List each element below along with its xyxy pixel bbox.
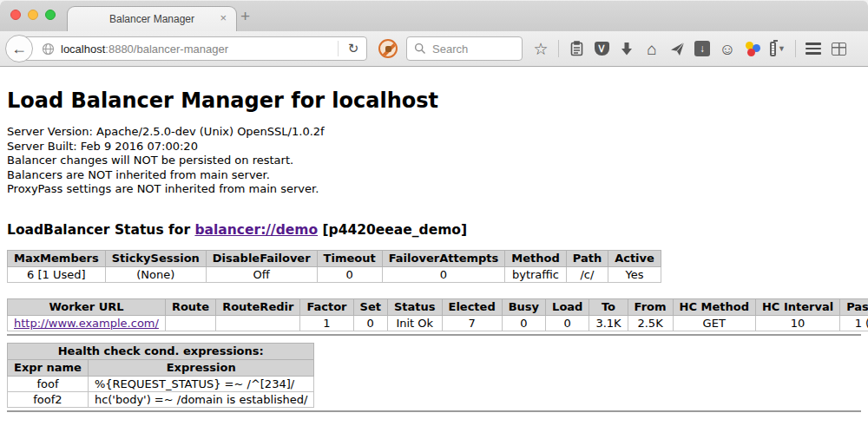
url-path: :8880/balancer-manager — [105, 43, 228, 56]
table-cell: 1 (0) — [840, 315, 868, 331]
new-tab-button[interactable]: + — [240, 7, 250, 26]
table-cell: 6 [1 Used] — [8, 266, 106, 282]
reading-list-icon[interactable] — [569, 40, 584, 57]
url-text: localhost:8880/balancer-manager — [61, 43, 332, 56]
column-header: Path — [566, 250, 608, 266]
column-header: To — [589, 298, 628, 315]
column-header: RouteRedir — [216, 298, 300, 315]
color-dots-icon[interactable] — [745, 40, 760, 57]
download-arrow-icon[interactable] — [619, 40, 635, 57]
downloads-panel-icon[interactable]: ↓ — [694, 40, 710, 57]
server-built-line: Server Built: Feb 9 2016 07:00:20 — [7, 140, 861, 154]
hamburger-menu-icon[interactable] — [806, 40, 821, 57]
expr-name-cell: foof2 — [8, 391, 89, 407]
table-cell: 0 — [546, 315, 589, 331]
zoom-button[interactable] — [45, 10, 56, 20]
expr-name-cell: foof — [8, 376, 89, 391]
search-placeholder: Search — [432, 43, 468, 56]
column-header: Factor — [300, 298, 353, 315]
table-header-row: Worker URL Route RouteRedir Factor Set S… — [8, 298, 868, 315]
navigation-toolbar: ← localhost:8880/balancer-manager ↻ Sear… — [0, 31, 868, 67]
page-content: Load Balancer Manager for localhost Serv… — [0, 67, 868, 425]
tab-close-icon[interactable]: × — [220, 11, 227, 24]
toolbar-divider — [795, 40, 796, 57]
table-cell — [216, 315, 300, 331]
heading-suffix: [p4420eeae_demo] — [318, 222, 467, 238]
column-header: Elected — [442, 298, 502, 315]
toolbar-icons: ☆ ᐯ ⌂ ↓ ☺ ▼ — [533, 40, 846, 57]
reload-button[interactable]: ↻ — [340, 41, 366, 56]
table-cell: GET — [673, 315, 755, 331]
column-header: Expression — [88, 359, 314, 376]
table-cell: (None) — [105, 266, 206, 282]
worker-url-cell: http://www.example.com/ — [8, 315, 166, 331]
notice-line: ProxyPass settings are NOT inherited fro… — [7, 182, 861, 197]
url-bar[interactable]: localhost:8880/balancer-manager ↻ — [20, 36, 367, 61]
battery-panel-icon[interactable]: ▼ — [770, 40, 786, 57]
bookmark-star-icon[interactable]: ☆ — [533, 40, 549, 57]
column-header: Status — [387, 298, 442, 315]
chat-smiley-icon[interactable]: ☺ — [720, 40, 735, 57]
send-plane-icon[interactable] — [669, 40, 685, 57]
url-domain: localhost — [61, 43, 105, 56]
worker-table: Worker URL Route RouteRedir Factor Set S… — [7, 298, 868, 331]
minimize-button[interactable] — [28, 10, 38, 20]
column-header: Busy — [502, 298, 545, 315]
worker-row: http://www.example.com/ 1 0 Init Ok 7 0 … — [8, 315, 868, 331]
column-header: Load — [546, 298, 589, 315]
column-header: MaxMembers — [8, 250, 106, 266]
close-button[interactable] — [10, 10, 21, 20]
balancer-params-table: MaxMembers StickySession DisableFailover… — [7, 250, 661, 283]
table-title-row: Health check cond. expressions: — [8, 343, 314, 359]
table-row: 6 [1 Used] (None) Off 0 0 bytraffic /c/ … — [8, 266, 661, 282]
table-cell: 0 — [502, 315, 545, 331]
table-cell: 7 — [442, 315, 502, 331]
tab-tiles-icon[interactable] — [831, 40, 846, 57]
column-header: Route — [165, 298, 215, 315]
worker-url-link[interactable]: http://www.example.com/ — [14, 317, 159, 330]
dropdown-caret-icon[interactable]: ▼ — [778, 44, 786, 53]
column-header: Timeout — [317, 250, 382, 266]
column-header: Set — [353, 298, 387, 315]
table-header-row: MaxMembers StickySession DisableFailover… — [8, 250, 661, 266]
server-version-line: Server Version: Apache/2.5.0-dev (Unix) … — [7, 125, 861, 140]
pocket-icon[interactable]: ᐯ — [594, 40, 609, 57]
expression-cell: %{REQUEST_STATUS} =~ /^[234]/ — [88, 376, 314, 391]
notice-line: Balancers are NOT inherited from main se… — [7, 168, 861, 183]
search-icon — [414, 43, 426, 55]
table-cell: 0 — [353, 315, 387, 331]
back-button[interactable]: ← — [5, 35, 33, 62]
health-check-table: Health check cond. expressions: Expr nam… — [7, 343, 314, 408]
health-table-title: Health check cond. expressions: — [8, 343, 314, 359]
content-blocked-icon[interactable] — [378, 39, 398, 58]
column-header: HC Method — [673, 298, 755, 315]
column-header: Worker URL — [8, 298, 166, 315]
table-header-row: Expr name Expression — [8, 359, 314, 376]
table-cell: 2.5K — [628, 315, 673, 331]
table-row: foof %{REQUEST_STATUS} =~ /^[234]/ — [8, 376, 314, 391]
table-cell: Init Ok — [387, 315, 442, 331]
page-bottom-divider — [7, 410, 861, 412]
column-header: Expr name — [8, 359, 89, 376]
table-cell: 10 — [755, 315, 839, 331]
column-header: HC Interval — [755, 298, 839, 315]
balancer-link[interactable]: balancer://demo — [194, 222, 318, 238]
home-icon[interactable]: ⌂ — [644, 40, 660, 57]
balancer-heading: LoadBalancer Status for balancer://demo … — [7, 222, 861, 238]
tab-title: Balancer Manager — [109, 13, 194, 25]
column-header: FailoverAttempts — [382, 250, 505, 266]
table-cell: Off — [206, 266, 317, 282]
search-input[interactable]: Search — [406, 36, 523, 61]
table-cell: Yes — [608, 266, 661, 282]
page-title: Load Balancer Manager for localhost — [7, 88, 861, 113]
expression-cell: hc('body') =~ /domain is established/ — [88, 391, 314, 407]
table-cell: 0 — [382, 266, 505, 282]
column-header: Passes — [840, 298, 868, 315]
column-header: StickySession — [105, 250, 206, 266]
table-cell: /c/ — [566, 266, 608, 282]
table-cell: 3.1K — [589, 315, 628, 331]
heading-prefix: LoadBalancer Status for — [7, 222, 194, 238]
table-cell — [165, 315, 215, 331]
browser-tab[interactable]: Balancer Manager × — [67, 6, 237, 31]
notice-line: Balancer changes will NOT be persisted o… — [7, 154, 861, 168]
